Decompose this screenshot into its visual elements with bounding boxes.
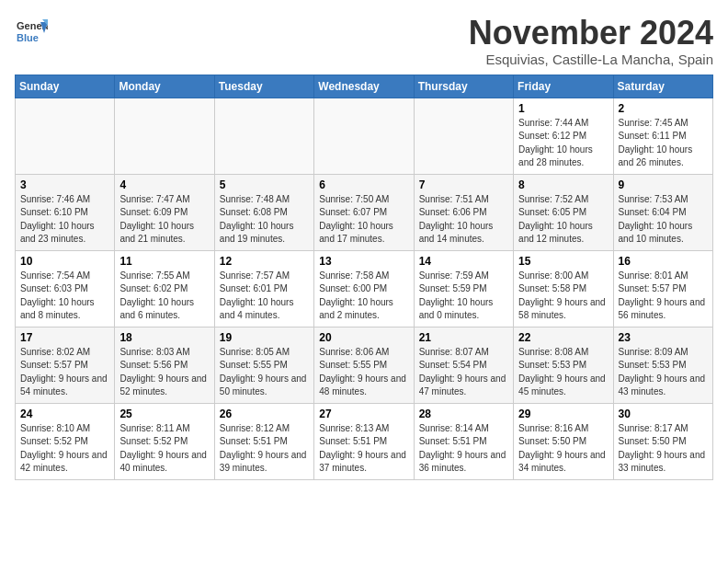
- weekday-header-monday: Monday: [115, 75, 214, 98]
- day-info: Sunrise: 8:11 AM Sunset: 5:52 PM Dayligh…: [119, 422, 209, 476]
- day-number: 12: [220, 255, 309, 268]
- day-number: 19: [220, 331, 309, 344]
- calendar-cell: 4Sunrise: 7:47 AM Sunset: 6:09 PM Daylig…: [115, 174, 214, 250]
- day-info: Sunrise: 7:48 AM Sunset: 6:08 PM Dayligh…: [220, 193, 309, 247]
- day-number: 2: [619, 102, 708, 115]
- day-info: Sunrise: 7:53 AM Sunset: 6:04 PM Dayligh…: [619, 193, 708, 247]
- calendar-cell: 21Sunrise: 8:07 AM Sunset: 5:54 PM Dayli…: [414, 327, 513, 403]
- calendar-cell: 1Sunrise: 7:44 AM Sunset: 6:12 PM Daylig…: [514, 98, 613, 174]
- day-number: 30: [619, 408, 708, 420]
- day-number: 21: [419, 331, 508, 344]
- calendar-cell: 16Sunrise: 8:01 AM Sunset: 5:57 PM Dayli…: [613, 250, 712, 327]
- day-number: 9: [619, 178, 708, 191]
- day-info: Sunrise: 7:46 AM Sunset: 6:10 PM Dayligh…: [20, 193, 109, 247]
- calendar-table: SundayMondayTuesdayWednesdayThursdayFrid…: [15, 75, 713, 480]
- day-number: 5: [220, 178, 309, 191]
- day-number: 11: [119, 255, 209, 268]
- weekday-header-row: SundayMondayTuesdayWednesdayThursdayFrid…: [16, 75, 713, 98]
- day-number: 1: [518, 102, 608, 115]
- calendar-cell: 17Sunrise: 8:02 AM Sunset: 5:57 PM Dayli…: [16, 327, 115, 403]
- day-number: 13: [319, 255, 408, 268]
- calendar-cell: [314, 98, 414, 174]
- calendar-week-row: 10Sunrise: 7:54 AM Sunset: 6:03 PM Dayli…: [16, 250, 713, 327]
- calendar-cell: 6Sunrise: 7:50 AM Sunset: 6:07 PM Daylig…: [314, 174, 414, 250]
- calendar-cell: 8Sunrise: 7:52 AM Sunset: 6:05 PM Daylig…: [514, 174, 613, 250]
- day-info: Sunrise: 7:51 AM Sunset: 6:06 PM Dayligh…: [419, 193, 508, 247]
- day-info: Sunrise: 8:17 AM Sunset: 5:50 PM Dayligh…: [619, 422, 708, 476]
- calendar-cell: 3Sunrise: 7:46 AM Sunset: 6:10 PM Daylig…: [16, 174, 115, 250]
- calendar-cell: 20Sunrise: 8:06 AM Sunset: 5:55 PM Dayli…: [314, 327, 414, 403]
- calendar-week-row: 1Sunrise: 7:44 AM Sunset: 6:12 PM Daylig…: [16, 98, 713, 174]
- day-info: Sunrise: 8:07 AM Sunset: 5:54 PM Dayligh…: [419, 346, 508, 399]
- weekday-header-thursday: Thursday: [414, 75, 513, 98]
- day-number: 22: [518, 331, 608, 344]
- day-number: 6: [319, 178, 408, 191]
- day-info: Sunrise: 7:44 AM Sunset: 6:12 PM Dayligh…: [518, 117, 608, 170]
- calendar-cell: 12Sunrise: 7:57 AM Sunset: 6:01 PM Dayli…: [214, 250, 313, 327]
- day-info: Sunrise: 7:59 AM Sunset: 5:59 PM Dayligh…: [419, 270, 508, 323]
- day-number: 29: [518, 408, 608, 420]
- day-number: 28: [419, 408, 508, 420]
- day-info: Sunrise: 8:08 AM Sunset: 5:53 PM Dayligh…: [518, 346, 608, 399]
- calendar-cell: 18Sunrise: 8:03 AM Sunset: 5:56 PM Dayli…: [115, 327, 214, 403]
- calendar-cell: 30Sunrise: 8:17 AM Sunset: 5:50 PM Dayli…: [613, 403, 712, 479]
- day-info: Sunrise: 7:47 AM Sunset: 6:09 PM Dayligh…: [119, 193, 209, 247]
- calendar-cell: 7Sunrise: 7:51 AM Sunset: 6:06 PM Daylig…: [414, 174, 513, 250]
- day-number: 7: [419, 178, 508, 191]
- day-info: Sunrise: 8:05 AM Sunset: 5:55 PM Dayligh…: [220, 346, 309, 399]
- calendar-cell: [115, 98, 214, 174]
- day-number: 3: [20, 178, 109, 191]
- calendar-cell: 23Sunrise: 8:09 AM Sunset: 5:53 PM Dayli…: [613, 327, 712, 403]
- calendar-cell: [414, 98, 513, 174]
- weekday-header-tuesday: Tuesday: [214, 75, 313, 98]
- calendar-cell: 14Sunrise: 7:59 AM Sunset: 5:59 PM Dayli…: [414, 250, 513, 327]
- calendar-cell: 24Sunrise: 8:10 AM Sunset: 5:52 PM Dayli…: [16, 403, 115, 479]
- day-number: 27: [319, 408, 408, 420]
- calendar-cell: 10Sunrise: 7:54 AM Sunset: 6:03 PM Dayli…: [16, 250, 115, 327]
- day-number: 8: [518, 178, 608, 191]
- weekday-header-saturday: Saturday: [613, 75, 712, 98]
- calendar-cell: [214, 98, 313, 174]
- day-info: Sunrise: 8:14 AM Sunset: 5:51 PM Dayligh…: [419, 422, 508, 476]
- calendar-cell: 28Sunrise: 8:14 AM Sunset: 5:51 PM Dayli…: [414, 403, 513, 479]
- calendar-week-row: 3Sunrise: 7:46 AM Sunset: 6:10 PM Daylig…: [16, 174, 713, 250]
- page-header: General Blue November 2024 Esquivias, Ca…: [15, 15, 713, 67]
- day-info: Sunrise: 8:01 AM Sunset: 5:57 PM Dayligh…: [619, 270, 708, 323]
- day-number: 25: [119, 408, 209, 420]
- day-number: 17: [20, 331, 109, 344]
- location-subtitle: Esquivias, Castille-La Mancha, Spain: [469, 52, 713, 67]
- calendar-cell: 9Sunrise: 7:53 AM Sunset: 6:04 PM Daylig…: [613, 174, 712, 250]
- day-info: Sunrise: 8:03 AM Sunset: 5:56 PM Dayligh…: [119, 346, 209, 399]
- day-info: Sunrise: 8:13 AM Sunset: 5:51 PM Dayligh…: [319, 422, 408, 476]
- calendar-cell: 11Sunrise: 7:55 AM Sunset: 6:02 PM Dayli…: [115, 250, 214, 327]
- title-block: November 2024 Esquivias, Castille-La Man…: [469, 15, 713, 67]
- calendar-cell: 27Sunrise: 8:13 AM Sunset: 5:51 PM Dayli…: [314, 403, 414, 479]
- day-info: Sunrise: 8:00 AM Sunset: 5:58 PM Dayligh…: [518, 270, 608, 323]
- day-info: Sunrise: 7:45 AM Sunset: 6:11 PM Dayligh…: [619, 117, 708, 170]
- day-number: 20: [319, 331, 408, 344]
- day-number: 18: [119, 331, 209, 344]
- day-info: Sunrise: 8:16 AM Sunset: 5:50 PM Dayligh…: [518, 422, 608, 476]
- calendar-week-row: 24Sunrise: 8:10 AM Sunset: 5:52 PM Dayli…: [16, 403, 713, 479]
- day-info: Sunrise: 7:57 AM Sunset: 6:01 PM Dayligh…: [220, 270, 309, 323]
- calendar-cell: 29Sunrise: 8:16 AM Sunset: 5:50 PM Dayli…: [514, 403, 613, 479]
- day-info: Sunrise: 7:54 AM Sunset: 6:03 PM Dayligh…: [20, 270, 109, 323]
- day-number: 15: [518, 255, 608, 268]
- calendar-cell: 2Sunrise: 7:45 AM Sunset: 6:11 PM Daylig…: [613, 98, 712, 174]
- calendar-cell: 5Sunrise: 7:48 AM Sunset: 6:08 PM Daylig…: [214, 174, 313, 250]
- logo-icon: General Blue: [15, 15, 48, 48]
- day-number: 4: [119, 178, 209, 191]
- calendar-cell: 19Sunrise: 8:05 AM Sunset: 5:55 PM Dayli…: [214, 327, 313, 403]
- day-info: Sunrise: 8:12 AM Sunset: 5:51 PM Dayligh…: [220, 422, 309, 476]
- calendar-cell: [16, 98, 115, 174]
- day-info: Sunrise: 8:10 AM Sunset: 5:52 PM Dayligh…: [20, 422, 109, 476]
- weekday-header-friday: Friday: [514, 75, 613, 98]
- day-number: 16: [619, 255, 708, 268]
- month-year-title: November 2024: [469, 15, 713, 52]
- day-info: Sunrise: 8:06 AM Sunset: 5:55 PM Dayligh…: [319, 346, 408, 399]
- day-info: Sunrise: 7:52 AM Sunset: 6:05 PM Dayligh…: [518, 193, 608, 247]
- day-number: 23: [619, 331, 708, 344]
- day-info: Sunrise: 8:09 AM Sunset: 5:53 PM Dayligh…: [619, 346, 708, 399]
- calendar-cell: 15Sunrise: 8:00 AM Sunset: 5:58 PM Dayli…: [514, 250, 613, 327]
- day-info: Sunrise: 7:55 AM Sunset: 6:02 PM Dayligh…: [119, 270, 209, 323]
